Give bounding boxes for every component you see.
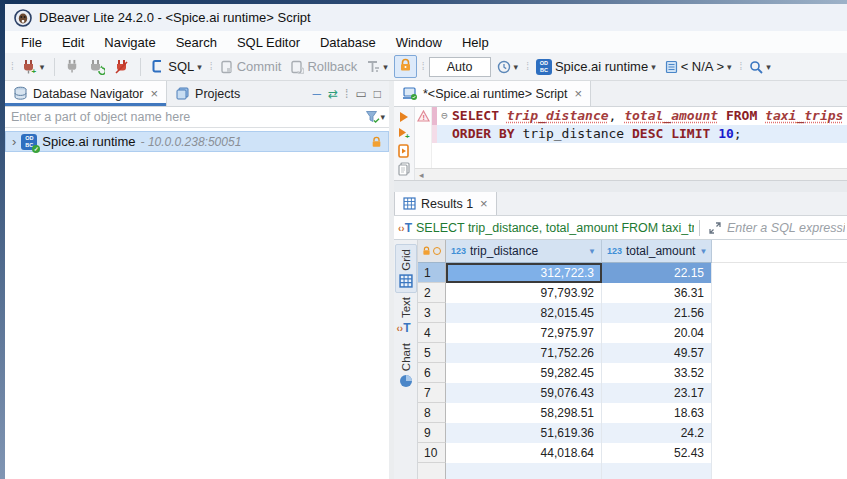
row-header[interactable]: 9 — [418, 423, 446, 443]
link-with-editor-icon[interactable]: ⇄ — [328, 87, 338, 101]
commit-button[interactable]: Commit — [217, 57, 285, 76]
grid-cell[interactable]: 20.04 — [602, 323, 712, 343]
grid-cell[interactable]: 51,619.36 — [446, 423, 602, 443]
sql-token[interactable]: SELECT — [452, 108, 507, 123]
row-header[interactable]: 7 — [418, 383, 446, 403]
column-filter-icon[interactable]: ▼ — [588, 247, 596, 256]
new-connection-button[interactable]: + ▾ — [18, 57, 48, 77]
scroll-left-arrow-icon[interactable]: ◂ — [415, 170, 428, 180]
row-header[interactable]: 5 — [418, 343, 446, 363]
sql-token[interactable]: 10 — [718, 126, 734, 141]
collapse-all-icon[interactable]: ─ — [312, 87, 321, 101]
disconnect-button[interactable] — [111, 57, 133, 77]
tab-text[interactable]: Text ‹›T — [395, 293, 417, 339]
grid-cell[interactable]: 72,975.97 — [446, 323, 602, 343]
sql-token[interactable] — [710, 126, 718, 141]
menu-window[interactable]: Window — [386, 33, 452, 52]
grid-cell[interactable]: 33.52 — [602, 363, 712, 383]
grid-cell[interactable]: 22.15 — [602, 263, 712, 283]
grid-cell[interactable]: 97,793.92 — [446, 283, 602, 303]
sql-token[interactable]: LIMIT — [671, 126, 710, 141]
sql-dropdown[interactable]: ▾ — [197, 62, 202, 72]
sql-expression-input[interactable] — [725, 220, 847, 236]
grid-cell[interactable]: 59,076.43 — [446, 383, 602, 403]
minimize-view-icon[interactable]: ▭ — [355, 87, 366, 101]
menu-navigate[interactable]: Navigate — [94, 33, 165, 52]
table-corner-cell[interactable] — [418, 240, 446, 263]
expand-chevron-icon[interactable]: › — [12, 134, 16, 149]
row-header[interactable]: 10 — [418, 443, 446, 463]
object-filter-input[interactable] — [9, 109, 365, 125]
search-dropdown[interactable]: ▾ — [766, 62, 771, 72]
menu-sql-editor[interactable]: SQL Editor — [227, 33, 310, 52]
commit-mode-combo[interactable]: Auto — [429, 57, 491, 77]
sql-token[interactable]: ORDER BY — [452, 126, 515, 141]
grid-cell[interactable]: 59,282.45 — [446, 363, 602, 383]
active-connection-selector[interactable]: ODBC Spice.ai runtime ▾ — [533, 57, 659, 77]
rollback-button[interactable]: Rollback — [287, 57, 360, 76]
grid-cell[interactable]: 44,018.64 — [446, 443, 602, 463]
grid-cell[interactable]: 82,015.45 — [446, 303, 602, 323]
execute-script-icon[interactable] — [397, 144, 411, 158]
sql-token[interactable]: total_amount — [624, 108, 718, 123]
warning-icon[interactable]: ! — [417, 110, 430, 122]
transaction-mode-button[interactable]: ▾ — [363, 58, 391, 76]
grid-cell[interactable] — [602, 463, 712, 479]
grid-cell[interactable]: 312,722.3 — [446, 263, 602, 283]
row-header[interactable]: 3 — [418, 303, 446, 323]
fold-collapse-icon[interactable]: ⊖ — [437, 107, 452, 125]
sql-token[interactable]: DESC — [632, 126, 663, 141]
new-connection-dropdown[interactable]: ▾ — [40, 62, 45, 72]
close-icon[interactable]: × — [480, 196, 488, 211]
sql-token[interactable]: FROM — [726, 108, 757, 123]
clock-dropdown[interactable]: ▾ — [514, 62, 519, 72]
tab-projects[interactable]: Projects — [167, 81, 248, 106]
menu-search[interactable]: Search — [166, 33, 227, 52]
connection-dropdown[interactable]: ▾ — [651, 62, 656, 72]
sql-token[interactable]: , — [609, 108, 625, 123]
code-line-2[interactable]: ORDER BY trip_distance DESC LIMIT 10; — [432, 125, 847, 143]
filter-dropdown[interactable]: ▾ — [380, 112, 385, 122]
transaction-dropdown[interactable]: ▾ — [383, 62, 388, 72]
filter-funnel-icon[interactable] — [365, 110, 380, 124]
sql-token[interactable] — [718, 108, 726, 123]
search-button[interactable]: ▾ — [746, 58, 774, 76]
column-header-total-amount[interactable]: 123 total_amount ▼ — [602, 240, 712, 263]
close-icon[interactable]: × — [150, 86, 158, 101]
column-header-trip-distance[interactable]: 123 trip_distance ▼ — [446, 240, 602, 263]
sql-token[interactable]: trip_distance — [507, 108, 609, 123]
grid-cell[interactable]: 52.43 — [602, 443, 712, 463]
sql-token[interactable] — [663, 126, 671, 141]
menu-help[interactable]: Help — [452, 33, 499, 52]
title-bar[interactable]: DBeaver Lite 24.2.0 - <Spice.ai runtime>… — [5, 4, 847, 31]
grid-cell[interactable]: 36.31 — [602, 283, 712, 303]
menu-file[interactable]: File — [11, 33, 52, 52]
editor-horizontal-scrollbar[interactable]: ◂ — [415, 168, 847, 180]
connect-button[interactable] — [62, 57, 83, 76]
schema-dropdown[interactable]: ▾ — [727, 62, 732, 72]
grid-cell[interactable]: 18.63 — [602, 403, 712, 423]
grid-cell[interactable] — [446, 463, 602, 479]
grid-cell[interactable]: 21.56 — [602, 303, 712, 323]
grid-cell[interactable]: 71,752.26 — [446, 343, 602, 363]
tree-item-connection[interactable]: › ODBC✓ Spice.ai runtime - 10.0.0.238:50… — [5, 131, 389, 152]
sql-editor-button[interactable]: SQL ▾ — [148, 57, 205, 76]
script-multiple-icon[interactable] — [397, 162, 411, 176]
grid-cell[interactable]: 58,298.51 — [446, 403, 602, 423]
editor-results-sash[interactable] — [394, 180, 847, 192]
tab-chart[interactable]: Chart — [395, 339, 417, 392]
maximize-view-icon[interactable]: □ — [374, 87, 381, 101]
grid-cell[interactable]: 24.2 — [602, 423, 712, 443]
close-icon[interactable]: × — [575, 86, 583, 101]
execute-statement-icon[interactable] — [398, 111, 410, 123]
sql-token[interactable] — [757, 108, 765, 123]
grid-cell[interactable]: 49.57 — [602, 343, 712, 363]
row-header[interactable]: 8 — [418, 403, 446, 423]
menu-edit[interactable]: Edit — [52, 33, 94, 52]
drag-handle-icon[interactable]: ⁞ — [345, 87, 348, 101]
tab-database-navigator[interactable]: Database Navigator × — [5, 81, 167, 106]
tab-grid[interactable]: Grid — [395, 244, 417, 293]
expand-panel-icon[interactable] — [709, 222, 721, 234]
execute-new-tab-icon[interactable]: + — [398, 127, 411, 140]
row-header[interactable]: 1 — [418, 263, 446, 283]
